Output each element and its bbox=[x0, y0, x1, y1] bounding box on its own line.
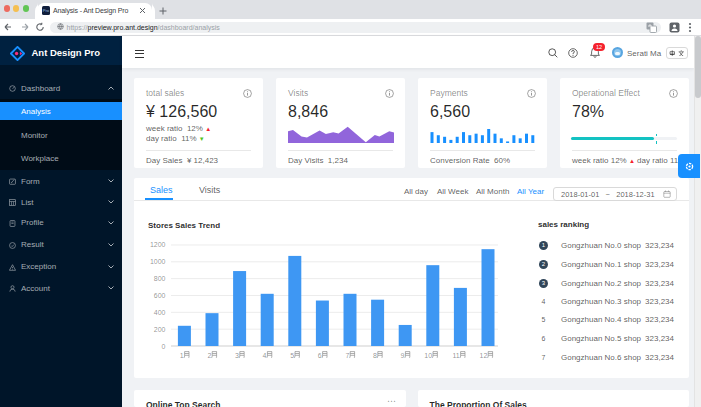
svg-text:1: 1 bbox=[180, 352, 184, 359]
svg-text:2: 2 bbox=[207, 352, 211, 359]
svg-text:600: 600 bbox=[154, 292, 166, 299]
svg-text:800: 800 bbox=[154, 275, 166, 282]
svg-text:3: 3 bbox=[235, 352, 239, 359]
svg-text:8: 8 bbox=[373, 352, 377, 359]
svg-text:7: 7 bbox=[345, 352, 349, 359]
svg-text:1200: 1200 bbox=[150, 241, 166, 248]
svg-text:6: 6 bbox=[318, 352, 322, 359]
svg-text:4: 4 bbox=[263, 352, 267, 359]
svg-text:400: 400 bbox=[154, 309, 166, 316]
svg-text:5: 5 bbox=[290, 352, 294, 359]
svg-text:0: 0 bbox=[162, 343, 166, 350]
svg-text:1000: 1000 bbox=[150, 258, 166, 265]
svg-text:200: 200 bbox=[154, 326, 166, 333]
svg-text:10: 10 bbox=[424, 352, 432, 359]
svg-text:9: 9 bbox=[401, 352, 405, 359]
svg-text:12: 12 bbox=[480, 352, 488, 359]
svg-text:11: 11 bbox=[452, 352, 459, 359]
